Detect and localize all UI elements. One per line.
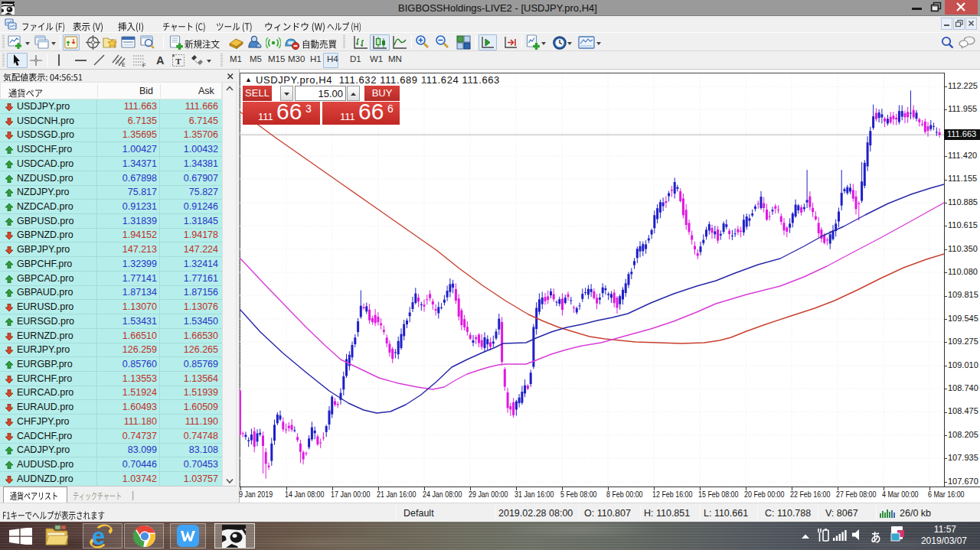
- svg-text:e: e: [92, 524, 105, 548]
- svg-text:T: T: [175, 57, 181, 66]
- svg-text:E: E: [122, 62, 126, 67]
- svg-text:F: F: [142, 63, 145, 68]
